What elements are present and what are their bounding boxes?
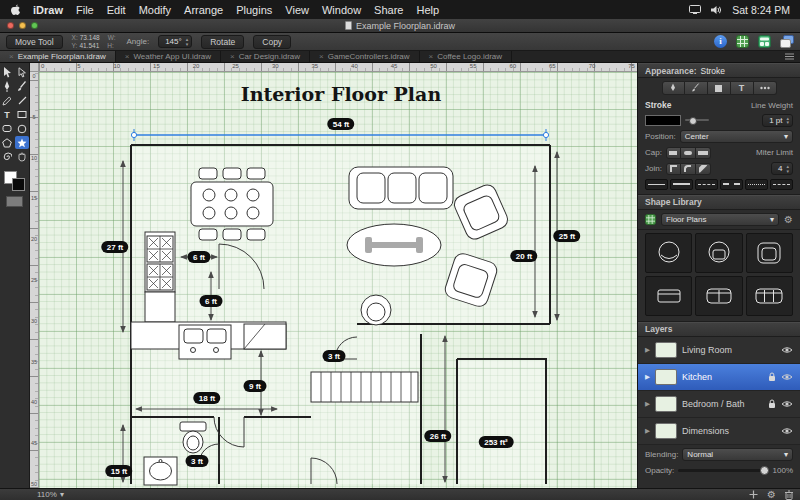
stroke-color-swatch[interactable]	[645, 115, 681, 126]
dash-dashdot-button[interactable]	[770, 179, 793, 190]
dimension-label[interactable]: 6 ft	[188, 251, 211, 263]
pen-tool[interactable]	[0, 80, 14, 93]
tab-close-icon[interactable]: ×	[9, 52, 14, 61]
brush-tool[interactable]	[15, 80, 29, 93]
brush-mode-button[interactable]	[685, 81, 708, 95]
opacity-slider[interactable]	[678, 469, 768, 472]
disclosure-triangle-icon[interactable]: ▶	[645, 427, 650, 435]
shape-thumb-sofa[interactable]	[746, 276, 793, 316]
document-tab[interactable]: × Coffee Logo.idraw	[420, 51, 512, 62]
stroke-color-well[interactable]	[12, 178, 25, 191]
miter-limit-stepper[interactable]: 4 ▴▾	[771, 162, 793, 175]
direct-select-tool[interactable]	[15, 66, 29, 79]
volume-menu-icon[interactable]	[711, 5, 722, 15]
close-window-button[interactable]	[7, 22, 14, 29]
eye-icon[interactable]	[781, 373, 793, 381]
menu-item[interactable]: Help	[416, 4, 439, 16]
shape-library-button[interactable]	[758, 35, 771, 48]
blending-select[interactable]: Normal ▾	[682, 448, 793, 461]
eye-icon[interactable]	[781, 346, 793, 354]
menu-app-name[interactable]: iDraw	[33, 4, 63, 16]
dash-solid-thick-button[interactable]	[670, 179, 693, 190]
cap-butt-button[interactable]	[666, 147, 681, 159]
tab-close-icon[interactable]: ×	[429, 52, 434, 61]
zoom-control[interactable]: 110% ▾	[37, 490, 64, 499]
angle-stepper[interactable]: 145° ▴▾	[158, 35, 192, 48]
dimension-label[interactable]: 6 ft	[200, 295, 223, 307]
text-tool[interactable]: T	[0, 108, 14, 121]
document-tab[interactable]: × GameControllers.idraw	[310, 51, 419, 62]
dash-dotted-button[interactable]	[745, 179, 768, 190]
display-menu-icon[interactable]	[689, 5, 701, 14]
shape-collection-select[interactable]: Floor Plans ▾	[661, 213, 779, 226]
active-tool-button[interactable]: Move Tool	[6, 35, 63, 49]
document-tab[interactable]: × Weather App UI.idraw	[116, 51, 221, 62]
disclosure-triangle-icon[interactable]: ▶	[645, 400, 650, 408]
menu-item[interactable]: Arrange	[184, 4, 223, 16]
copy-button[interactable]: Copy	[253, 35, 291, 49]
shape-library-header[interactable]: Shape Library	[638, 195, 800, 210]
disclosure-triangle-icon[interactable]: ▶	[645, 346, 650, 354]
stroke-position-select[interactable]: Center ▾	[680, 130, 793, 143]
dimension-label[interactable]: 253 ft²	[479, 436, 514, 448]
drawing-canvas[interactable]: Interior Floor Plan	[39, 72, 637, 488]
cap-round-button[interactable]	[681, 147, 696, 159]
palette-swatch[interactable]	[6, 196, 23, 207]
settings-gear-icon[interactable]: ⚙	[767, 489, 776, 500]
floorplan-title[interactable]: Interior Floor Plan	[241, 83, 441, 105]
star-shape-tool[interactable]	[15, 136, 29, 149]
info-button[interactable]: i	[714, 35, 727, 48]
menu-item[interactable]: Window	[322, 4, 361, 16]
grid-toggle-button[interactable]	[736, 35, 749, 48]
layer-row[interactable]: ▶ Kitchen	[638, 364, 800, 391]
shape-thumb-armchair[interactable]	[746, 233, 793, 273]
dimension-label[interactable]: 3 ft	[323, 350, 346, 362]
dimension-label[interactable]: 9 ft	[244, 380, 267, 392]
move-tool[interactable]	[0, 66, 14, 79]
polygon-tool[interactable]	[0, 136, 14, 149]
menu-item[interactable]: File	[76, 4, 94, 16]
ellipse-tool[interactable]	[15, 122, 29, 135]
lock-icon[interactable]	[768, 399, 776, 409]
add-shape-icon[interactable]	[749, 490, 758, 499]
line-tool[interactable]	[15, 94, 29, 107]
document-tab[interactable]: × Example Floorplan.idraw	[0, 51, 116, 62]
dash-solid-button[interactable]	[645, 179, 668, 190]
menu-item[interactable]: Share	[374, 4, 403, 16]
rotate-button[interactable]: Rotate	[201, 35, 244, 49]
layers-header[interactable]: Layers	[638, 322, 800, 337]
text-mode-button[interactable]: T	[731, 81, 754, 95]
layer-row[interactable]: ▶ Living Room	[638, 337, 800, 364]
menu-clock[interactable]: Sat 8:24 PM	[732, 4, 790, 16]
zoom-window-button[interactable]	[31, 22, 38, 29]
rounded-rectangle-tool[interactable]	[0, 122, 14, 135]
tab-close-icon[interactable]: ×	[125, 52, 130, 61]
menu-item[interactable]: Edit	[107, 4, 126, 16]
color-wells[interactable]	[4, 171, 25, 191]
minimize-window-button[interactable]	[19, 22, 26, 29]
shape-thumb-tub-chair[interactable]	[695, 233, 742, 273]
dimension-label[interactable]: 3 ft	[186, 455, 209, 467]
document-tab[interactable]: × Car Design.idraw	[221, 51, 310, 62]
dimension-label[interactable]: 20 ft	[510, 250, 537, 262]
menu-item[interactable]: Modify	[139, 4, 171, 16]
floorplan-drawing[interactable]	[39, 72, 637, 488]
stroke-slider[interactable]	[685, 119, 709, 121]
layers-panel-button[interactable]	[780, 35, 794, 48]
spiral-tool[interactable]	[0, 150, 14, 163]
dash-dashed-button[interactable]	[695, 179, 718, 190]
library-gear-icon[interactable]: ⚙	[784, 214, 793, 225]
join-bevel-button[interactable]	[696, 163, 711, 175]
dimension-label[interactable]: 27 ft	[101, 241, 128, 253]
dimension-label[interactable]: 25 ft	[553, 230, 580, 242]
tab-close-icon[interactable]: ×	[230, 52, 235, 61]
tab-overflow-button[interactable]	[779, 51, 800, 62]
eye-icon[interactable]	[781, 427, 793, 435]
rectangle-tool[interactable]	[15, 108, 29, 121]
pen-mode-button[interactable]	[662, 81, 685, 95]
dimension-label[interactable]: 18 ft	[193, 392, 220, 404]
lock-icon[interactable]	[768, 372, 776, 382]
hand-tool[interactable]	[15, 150, 29, 163]
join-round-button[interactable]	[681, 163, 696, 175]
shape-thumb-round-chair[interactable]	[645, 233, 692, 273]
